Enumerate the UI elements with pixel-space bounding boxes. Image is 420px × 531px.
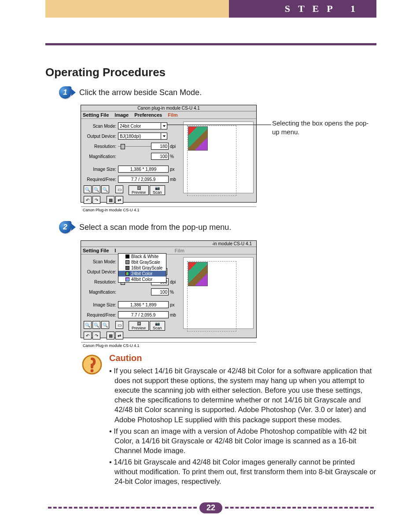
callout-text: Selecting the box opens the pop-up menu. — [272, 119, 369, 137]
popup-item-48color[interactable]: 48bit Color — [118, 277, 166, 282]
magnification-unit: % — [169, 154, 178, 159]
popup-item-bw[interactable]: Black & White — [118, 254, 166, 259]
required-free-value: 7.7 / 2,095.9 — [118, 176, 169, 183]
page-number: 22 — [199, 502, 222, 513]
chevron-down-icon[interactable] — [161, 123, 167, 129]
magnification-unit: % — [169, 290, 178, 295]
required-free-unit: mb — [169, 177, 178, 182]
rotate-ccw-icon[interactable]: ↶ — [84, 196, 92, 204]
scan-mode-value: 24bit Color — [120, 124, 141, 129]
step-1-text: Click the arrow beside Scan Mode. — [79, 88, 202, 97]
image-size-value: 1,386 * 1,899 — [118, 166, 169, 173]
zoom-reset-icon[interactable]: 🔍 — [101, 321, 109, 329]
required-free-unit: mb — [169, 313, 178, 317]
crop-icon[interactable]: ▭ — [115, 185, 123, 193]
output-device-select[interactable]: BJ(180dpi) — [118, 133, 167, 140]
menu-setting-file[interactable]: Setting File — [83, 248, 109, 253]
popup-item-16gray[interactable]: 16bit GrayScale — [118, 265, 166, 271]
flip-icon[interactable]: ▦ — [107, 332, 114, 339]
zoom-in-icon[interactable]: 🔍 — [92, 321, 100, 329]
resolution-value[interactable]: 180 — [151, 143, 169, 150]
image-size-unit: px — [169, 302, 178, 307]
output-device-value: BJ(180dpi) — [120, 134, 141, 139]
preview-thumbnail — [188, 262, 208, 286]
lbl-required-free: Required/Free: — [84, 313, 118, 317]
step-2-text: Select a scan mode from the pop-up menu. — [79, 223, 231, 232]
required-free-value: 7.7 / 2,095.9 — [118, 311, 169, 318]
lbl-output-device: Output Device: — [84, 134, 118, 139]
menu-image[interactable]: Image — [114, 112, 129, 118]
mirror-icon[interactable]: ⇄ — [115, 196, 123, 204]
caution-bullet-1: • If you select 14/16 bit Grayscale or 4… — [109, 366, 378, 424]
lbl-required-free: Required/Free: — [84, 177, 118, 182]
menu-preferences[interactable]: Preferences — [134, 112, 162, 118]
step-2-badge: 2 — [59, 221, 71, 233]
page-footer: 22 — [45, 502, 376, 513]
scr2-statusbar: Canon Plug-in module CS-U 4.1 — [81, 342, 256, 349]
magnification-value[interactable]: 100 — [151, 288, 169, 295]
callout-leader — [167, 125, 271, 125]
lbl-magnification: Magnification: — [84, 154, 118, 159]
scan-button[interactable]: 📷Scan — [150, 185, 165, 195]
mirror-icon[interactable]: ⇄ — [115, 332, 123, 339]
rotate-cw-icon[interactable]: ↷ — [92, 196, 100, 204]
rotate-ccw-icon[interactable]: ↶ — [84, 332, 92, 339]
scan-mode-select[interactable]: 24bit Color — [118, 122, 167, 129]
resolution-unit: dpi — [169, 144, 178, 149]
popup-item-24color[interactable]: ✓24bit Color — [118, 271, 166, 277]
lbl-magnification: Magnification: — [84, 290, 118, 295]
scr1-titlebar: Canon plug-in module CS-U 4.1 — [81, 105, 256, 111]
scr1-statusbar: Canon Plug-in module CS-U 4.1 — [81, 206, 256, 213]
preview-button[interactable]: 🖼Preview — [129, 185, 149, 195]
lbl-output-device: Output Device: — [84, 269, 118, 274]
step-2: 2 Select a scan mode from the pop-up men… — [59, 221, 231, 233]
step-1: 1 Click the arrow beside Scan Mode. — [59, 86, 202, 99]
slider-thumb[interactable] — [121, 144, 125, 149]
page-heading: Operating Procedures — [45, 66, 166, 79]
lbl-resolution: Resolution: — [84, 144, 118, 149]
zoom-in-icon[interactable]: 🔍 — [92, 185, 100, 193]
step-label: STEP 1 — [229, 0, 376, 18]
zoom-reset-icon[interactable]: 🔍 — [101, 185, 109, 193]
caution-icon — [82, 354, 102, 375]
lbl-image-size: Image Size: — [84, 302, 118, 307]
chevron-down-icon[interactable] — [161, 133, 167, 139]
caution-block: Caution • If you select 14/16 bit Graysc… — [83, 353, 378, 488]
screenshot-1: Canon plug-in module CS-U 4.1 Setting Fi… — [81, 105, 257, 203]
menu-film[interactable]: Film — [168, 112, 178, 118]
preview-button[interactable]: 🖼Preview — [129, 321, 149, 331]
resolution-slider[interactable] — [118, 146, 151, 149]
lbl-scan-mode: Scan Mode: — [84, 124, 118, 129]
caution-bullet-3: • 14/16 bit Grayscale and 42/48 bit Colo… — [109, 457, 378, 486]
popup-item-8gray[interactable]: 8bit GrayScale — [118, 259, 166, 265]
screenshot-2: x-in module CS-U 4.1 Setting File I Film… — [81, 240, 257, 338]
scan-button[interactable]: 📷Scan — [150, 321, 165, 331]
header-band: STEP 1 — [45, 0, 376, 18]
lbl-image-size: Image Size: — [84, 167, 118, 172]
menu-image-trunc[interactable]: I — [114, 248, 116, 253]
preview-thumbnail — [188, 126, 208, 151]
scr1-menubar: Setting File Image Preferences Film — [81, 111, 256, 119]
magnification-value[interactable]: 100 — [151, 153, 169, 160]
caution-bullet-2: • If you scan an image with a version of… — [109, 426, 378, 455]
crop-icon[interactable]: ▭ — [115, 321, 123, 329]
header-rule — [45, 43, 376, 45]
resolution-unit: dpi — [169, 280, 178, 284]
lbl-resolution: Resolution: — [84, 280, 118, 284]
scr2-menubar: Setting File I Film — [81, 247, 256, 254]
footer-rule-right — [225, 507, 374, 509]
menu-setting-file[interactable]: Setting File — [83, 112, 109, 118]
caution-body: • If you select 14/16 bit Grayscale or 4… — [109, 366, 378, 486]
rotate-cw-icon[interactable]: ↷ — [92, 332, 100, 339]
flip-icon[interactable]: ▦ — [107, 196, 114, 204]
zoom-out-icon[interactable]: 🔍 — [84, 185, 92, 193]
preview-pane — [183, 122, 254, 193]
scr1-toolbar: 🔍 🔍 🔍 ▭ 🖼Preview 📷Scan — [84, 185, 178, 195]
preview-pane — [183, 257, 254, 329]
caution-title: Caution — [109, 353, 378, 363]
step-1-badge: 1 — [59, 86, 71, 99]
svg-point-1 — [91, 369, 94, 372]
scan-mode-popup[interactable]: Black & White 8bit GrayScale 16bit GrayS… — [118, 253, 166, 283]
menu-film[interactable]: Film — [174, 248, 184, 253]
zoom-out-icon[interactable]: 🔍 — [84, 321, 92, 329]
